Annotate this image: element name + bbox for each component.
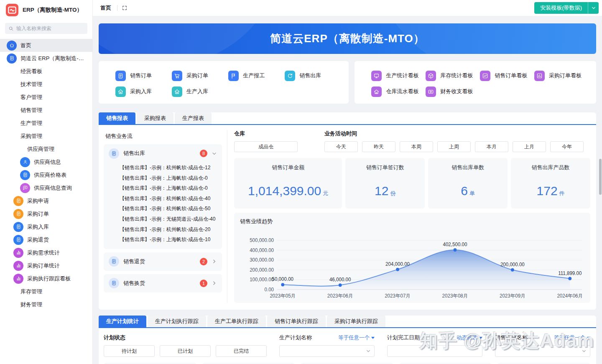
finish-date-input[interactable] [387,345,482,357]
chevron-down-icon [582,349,587,354]
sidebar-item[interactable]: 供应商信息 [0,155,92,168]
sidebar-item[interactable]: 采购管理 [0,130,92,143]
dashboard-link[interactable]: 财务收支看板 [426,87,480,97]
plan-tab[interactable]: 销售订单执行跟踪 [267,316,326,327]
dashboard-link[interactable]: 库存统计看板 [426,71,480,81]
chevron-right-icon[interactable] [212,259,217,264]
sidebar-item[interactable]: 采购需求统计 [0,246,92,259]
svg-text:402,500.00: 402,500.00 [443,242,467,247]
sidebar-item[interactable]: 销售管理 [0,104,92,117]
sidebar-item[interactable]: 首页 [0,39,92,52]
sidebar-item[interactable]: 生产管理 [0,117,92,130]
tab-home[interactable]: 首页 [99,4,113,12]
flow-list-item[interactable]: 【销售出库】-示例：杭州帆软-成品仓-40 [120,193,219,204]
quick-link[interactable]: 采购订单 [172,71,228,81]
flow-group-header[interactable]: 销售换货 1 [104,274,222,293]
plan-tab[interactable]: 采购订单执行跟踪 [327,316,385,327]
time-option-chip[interactable]: 今天 [324,141,358,152]
sidebar-item[interactable]: 供应商管理 [0,143,92,155]
flow-list-item[interactable]: 【销售出库】-示例：上海帆软-成品仓-10 [120,234,219,245]
time-option-chip[interactable]: 今年 [550,141,584,152]
scrollbar-thumb[interactable] [599,159,602,195]
flow-list-item[interactable]: 【销售出库】-示例：上海帆软-成品仓-0 [120,183,219,193]
sidebar-item[interactable]: 客户管理 [0,91,92,104]
quick-link[interactable]: 销售订单 [115,71,172,81]
plan-status-chip[interactable]: 待计划 [104,345,155,357]
fullscreen-icon[interactable] [122,5,128,11]
svg-text:2023年06月: 2023年06月 [327,293,353,298]
svg-text:2024年06月: 2024年06月 [557,293,583,298]
sidebar-item[interactable]: 经营看板 [0,65,92,78]
doc-icon [115,71,126,81]
sidebar-item[interactable]: 财务管理 [0,298,92,311]
person-icon [20,157,30,167]
svg-text:46,000.00: 46,000.00 [329,277,351,282]
sidebar-item[interactable]: 采购申请 [0,194,92,207]
chevron-down-icon[interactable] [212,151,217,156]
search-icon [8,26,14,31]
entry-links-card: 销售订单 采购订单 生产报工 销售出库 [99,61,349,104]
sidebar-item[interactable]: 技术管理 [0,78,92,91]
sales-order-name-select[interactable] [495,345,590,357]
flag-icon [228,71,239,81]
chevron-right-icon[interactable] [212,280,217,286]
filter-operator-link[interactable]: 动态筛选 [457,334,482,341]
quick-link[interactable]: 采购入库 [115,87,172,97]
plan-status-chip[interactable]: 已完结 [216,345,267,357]
dashboard-link[interactable]: 仓库流水看板 [371,87,426,97]
svg-text:2023年05月: 2023年05月 [270,293,296,298]
hero-banner: 简道云ERP（离散制造-MTO） [99,23,596,54]
flow-list-item[interactable]: 【销售出库】-示例：无锡简道云-成品仓-40 [120,214,219,224]
sidebar-item[interactable]: 供应商信息查询 [0,181,92,194]
time-option-chip[interactable]: 昨天 [362,141,395,152]
install-dropdown-button[interactable] [588,2,599,14]
search-input[interactable] [16,25,84,31]
sidebar-item[interactable]: 采购订单 [0,207,92,220]
report-tab[interactable]: 销售报表 [99,112,135,124]
sales-order-name-filter: 销售订单名称 等于任意一个 [495,334,590,357]
dashboard-link[interactable]: 生产统计看板 [371,71,426,81]
quick-link[interactable]: 生产入库 [172,87,228,97]
dashboard-link[interactable]: 采购订单看板 [534,71,589,81]
sidebar-item[interactable]: 库存管理 [0,285,92,298]
sidebar-nav: 首页 简道云 ERP（离散制造-MTO）… 经营看板 技术管理 客户管理 [0,39,92,311]
warehouse-value-chip[interactable]: 成品仓 [234,141,298,152]
flow-group-header[interactable]: 销售退货 2 [104,252,222,271]
time-option-chip[interactable]: 上周 [437,141,471,152]
bars-box-icon [534,71,545,81]
quick-link[interactable]: 生产报工 [228,71,285,81]
time-option-chip[interactable]: 本周 [400,141,433,152]
report-tab[interactable]: 采购报表 [137,112,173,124]
flow-list-item[interactable]: 【销售出库】-示例：上海帆软-成品仓-0 [120,173,219,183]
flow-group-header[interactable]: 销售出库 8 [104,144,222,163]
report-tab[interactable]: 生产报表 [175,112,212,124]
sidebar-item[interactable]: 供应商价格表 [0,168,92,181]
sidebar-item[interactable]: 采购订单统计 [0,259,92,272]
time-option-chip[interactable]: 上月 [513,141,546,152]
kpi-card: 销售出库单数 6单 [428,158,508,209]
plan-status-chip[interactable]: 已计划 [160,345,211,357]
kpi-value: 1,014,399.00 [248,184,321,198]
flow-list-item[interactable]: 【销售出库】-示例：杭州帆软-成品仓-20 [120,224,219,235]
time-option-chip[interactable]: 本月 [475,141,508,152]
folder-icon [7,131,17,141]
flow-list-item[interactable]: 【销售出库】-示例：杭州帆软-成品仓-12 [120,163,219,173]
sidebar-item[interactable]: 简道云 ERP（离散制造-MTO）… [0,52,92,65]
sidebar-item[interactable]: 采购执行跟踪看板 [0,272,92,285]
plan-name-select[interactable] [279,345,375,357]
install-template-button[interactable]: 安装模板(带数据) [534,2,588,14]
folder-icon [7,66,17,76]
sidebar: ERP（离散制造-MTO） 首页 简道云 ERP（离散制造-MTO）… 经营看板 [0,0,93,364]
plan-tab[interactable]: 生产计划执行跟踪 [148,316,206,327]
sidebar-item[interactable]: 采购入库 [0,220,92,233]
flow-list-item[interactable]: 【销售出库】-示例：杭州帆软-成品仓-50 [120,204,219,214]
sidebar-item[interactable]: 采购退货 [0,233,92,246]
sidebar-search[interactable] [5,23,87,34]
filter-operator-link[interactable]: 等于任意一个 [338,334,375,341]
filter-operator-link[interactable]: 等于任意一个 [554,334,590,341]
quick-link[interactable]: 销售出库 [285,71,341,81]
plan-tab[interactable]: 生产计划统计 [99,316,146,327]
plan-tab[interactable]: 生产工单执行跟踪 [207,316,266,327]
dashboard-link[interactable]: 销售订单看板 [480,71,534,81]
quick-links-row: 销售订单 采购订单 生产报工 销售出库 [99,61,596,104]
